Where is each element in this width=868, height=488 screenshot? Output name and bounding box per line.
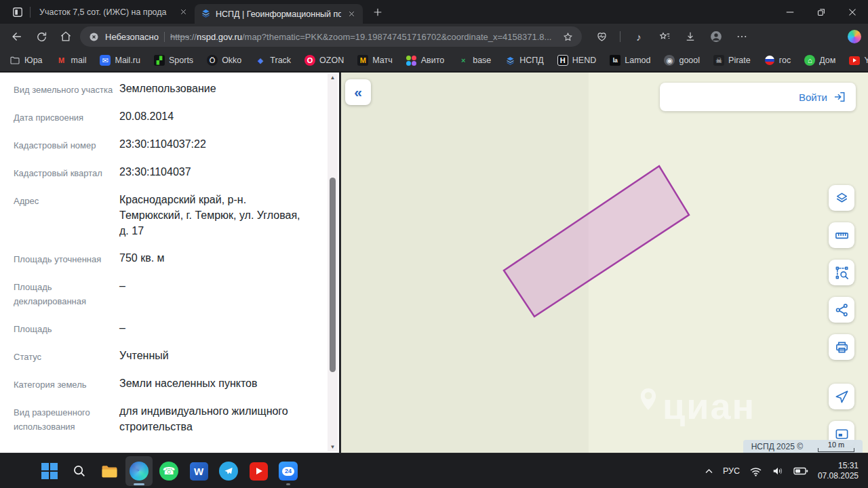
tab-title: НСПД | Геоинформационный по <box>216 9 341 19</box>
map-tool-layers[interactable] <box>829 185 854 211</box>
map-canvas[interactable]: циан « Войти НСПД 2025 © 10 m <box>341 73 868 453</box>
bookmark-item-gmail[interactable]: Mmail <box>56 55 87 66</box>
back-button[interactable] <box>7 26 27 47</box>
bookmark-icon-track: ◆ <box>255 55 266 66</box>
start-icon <box>41 463 58 479</box>
bookmark-item-yura[interactable]: Юра <box>9 55 43 66</box>
map-tool-print[interactable] <box>829 334 854 360</box>
map-tool-share[interactable] <box>829 297 854 323</box>
close-icon <box>846 6 859 18</box>
profile-icon[interactable] <box>709 29 724 44</box>
bookmark-item-hend[interactable]: HHEND <box>557 55 596 66</box>
taskbar-app-whatsapp[interactable]: ☎ <box>155 456 182 486</box>
bookmark-label: HEND <box>572 56 596 65</box>
scroll-up-icon[interactable]: ▲ <box>330 74 336 82</box>
bookmark-label: You <box>864 56 868 65</box>
taskbar-app-word[interactable]: W <box>185 456 212 486</box>
collections-icon[interactable] <box>657 29 672 44</box>
taskbar-clock[interactable]: 15:31 07.08.2025 <box>818 461 859 481</box>
favorite-star-button[interactable] <box>562 31 574 43</box>
minimize-button[interactable] <box>774 0 806 24</box>
minimize-icon <box>784 6 796 18</box>
taskbar-app-edge[interactable] <box>125 456 153 486</box>
open-app-indicator <box>286 483 290 485</box>
copilot-icon[interactable] <box>848 30 861 43</box>
taskbar-app-youtube[interactable] <box>245 456 272 486</box>
url-path: /map?thematic=PKK&zoom=19.19874745171670… <box>242 32 551 42</box>
bookmark-icon-goool: ◉ <box>664 55 675 66</box>
tab-nspd[interactable]: НСПД | Геоинформационный по <box>195 4 363 24</box>
login-bar[interactable]: Войти <box>660 83 856 111</box>
note-extension-icon[interactable]: ♪ <box>631 29 646 44</box>
bookmark-item-track[interactable]: ◆Track <box>255 55 291 66</box>
url-text: https://nspd.gov.ru/map?thematic=PKK&zoo… <box>170 32 551 42</box>
bookmark-item-base[interactable]: ×base <box>458 55 491 66</box>
panel-row-value: – <box>119 320 309 336</box>
bookmark-label: гос <box>779 56 791 65</box>
wifi-icon[interactable] <box>749 466 762 476</box>
taskbar-app-explorer[interactable] <box>96 456 123 486</box>
bookmark-item-goool[interactable]: ◉goool <box>664 55 700 66</box>
bookmark-item-sports[interactable]: ▞Sports <box>154 55 193 66</box>
map-tool-locate[interactable] <box>829 384 854 409</box>
bookmark-label: Mail.ru <box>115 56 140 65</box>
bookmark-item-dom[interactable]: ⌂Дом <box>804 55 835 66</box>
bookmark-item-match[interactable]: MМатч <box>357 55 392 66</box>
whatsapp-icon: ☎ <box>159 462 178 481</box>
tab-cian[interactable]: Участок 7,5 сот. (ИЖС) на прода <box>33 0 195 24</box>
home-button[interactable] <box>56 26 76 47</box>
download-icon[interactable] <box>683 29 698 44</box>
tab-close-icon[interactable] <box>178 7 189 18</box>
address-bar[interactable]: Небезопасно https://nspd.gov.ru/map?them… <box>80 26 582 47</box>
new-tab-button[interactable] <box>368 3 387 22</box>
cian-watermark: циан <box>639 388 755 424</box>
taskbar-app-mail24[interactable]: 24 <box>275 456 302 486</box>
scroll-down-icon[interactable]: ▼ <box>330 443 336 451</box>
tray-expand-button[interactable] <box>705 468 713 474</box>
bookmark-item-ozon[interactable]: OOZON <box>304 55 344 66</box>
restore-button[interactable] <box>806 0 837 24</box>
close-button[interactable] <box>837 0 868 24</box>
panel-row: Вид земельного участкаЗемлепользование <box>14 81 309 97</box>
mail24-icon: 24 <box>279 462 298 481</box>
tab-close-icon[interactable] <box>346 9 357 20</box>
panel-row: АдресКраснодарский край, р-н. Темрюкский… <box>14 192 309 239</box>
battery-icon[interactable] <box>793 466 808 476</box>
bookmark-item-avito[interactable]: Авито <box>406 55 445 66</box>
bookmark-item-okko[interactable]: ÖOkko <box>207 55 241 66</box>
scrollbar-thumb[interactable] <box>330 178 336 372</box>
bookmark-icon-sports: ▞ <box>154 55 165 66</box>
language-indicator[interactable]: РУС <box>723 466 740 476</box>
bookmark-label: НСПД <box>519 56 544 65</box>
map-tool-ruler[interactable] <box>829 222 854 248</box>
tab-divider <box>30 7 31 18</box>
bookmark-item-you[interactable]: You <box>849 55 868 66</box>
browser-titlebar: Участок 7,5 сот. (ИЖС) на продаНСПД | Ге… <box>0 0 868 24</box>
more-icon[interactable] <box>734 29 749 44</box>
clock-time: 15:31 <box>818 461 859 471</box>
parcel-polygon[interactable] <box>504 166 689 317</box>
clock-date: 07.08.2025 <box>818 471 859 481</box>
bookmark-label: Lamod <box>625 56 650 65</box>
taskbar-app-search[interactable] <box>66 456 93 486</box>
panel-scrollbar[interactable]: ▲ ▼ <box>328 74 338 451</box>
panel-row-label: Вид земельного участка <box>14 81 119 97</box>
taskbar-app-start[interactable] <box>36 456 63 486</box>
reload-button[interactable] <box>31 26 52 47</box>
bookmark-label: Матч <box>372 56 392 65</box>
url-domain: nspd.gov.ru <box>197 32 242 42</box>
tab-actions-button[interactable] <box>8 3 27 21</box>
bookmark-item-pirate[interactable]: ☠Pirate <box>713 55 751 66</box>
toolbar-divider <box>620 31 620 42</box>
essentials-icon[interactable] <box>594 29 609 44</box>
map-tool-area-search[interactable] <box>829 260 854 285</box>
bookmark-item-nspd[interactable]: НСПД <box>505 55 544 66</box>
bookmark-item-lamod[interactable]: laLamod <box>610 55 650 66</box>
bookmark-item-gos[interactable]: гос <box>764 55 791 66</box>
collapse-panel-button[interactable]: « <box>345 79 371 105</box>
bookmark-item-mailru[interactable]: ✉Mail.ru <box>100 55 140 66</box>
volume-icon[interactable] <box>772 466 784 476</box>
bookmark-label: base <box>473 56 491 65</box>
parcel-layer <box>341 73 868 453</box>
taskbar-app-telegram[interactable] <box>215 456 242 486</box>
